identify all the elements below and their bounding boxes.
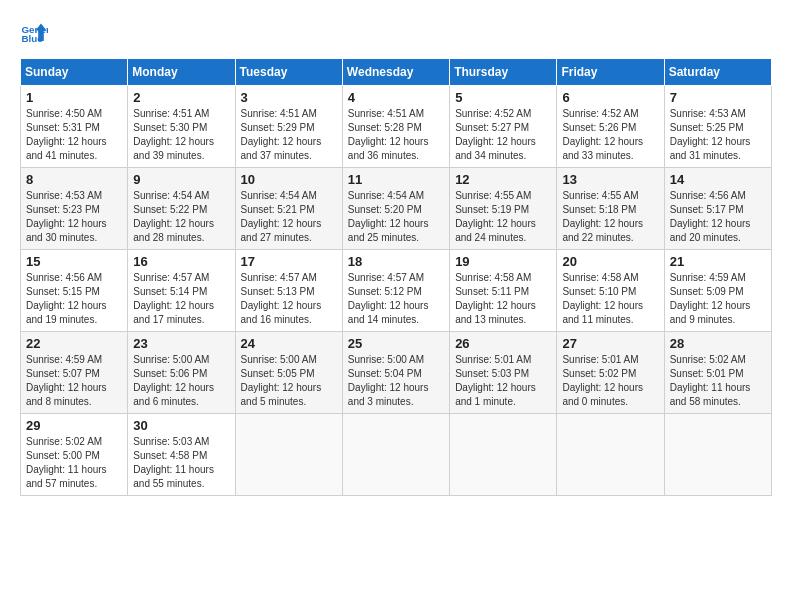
day-number: 9 [133, 172, 229, 187]
day-number: 8 [26, 172, 122, 187]
day-info: Sunrise: 4:51 AM Sunset: 5:30 PM Dayligh… [133, 107, 229, 163]
day-number: 25 [348, 336, 444, 351]
calendar-week-4: 22 Sunrise: 4:59 AM Sunset: 5:07 PM Dayl… [21, 332, 772, 414]
calendar-day-12: 12 Sunrise: 4:55 AM Sunset: 5:19 PM Dayl… [450, 168, 557, 250]
calendar-day-23: 23 Sunrise: 5:00 AM Sunset: 5:06 PM Dayl… [128, 332, 235, 414]
day-number: 5 [455, 90, 551, 105]
day-number: 27 [562, 336, 658, 351]
empty-cell [450, 414, 557, 496]
day-number: 26 [455, 336, 551, 351]
calendar-day-9: 9 Sunrise: 4:54 AM Sunset: 5:22 PM Dayli… [128, 168, 235, 250]
calendar-header-sunday: Sunday [21, 59, 128, 86]
day-info: Sunrise: 5:03 AM Sunset: 4:58 PM Dayligh… [133, 435, 229, 491]
day-number: 30 [133, 418, 229, 433]
calendar-day-24: 24 Sunrise: 5:00 AM Sunset: 5:05 PM Dayl… [235, 332, 342, 414]
calendar-week-2: 8 Sunrise: 4:53 AM Sunset: 5:23 PM Dayli… [21, 168, 772, 250]
day-info: Sunrise: 5:00 AM Sunset: 5:04 PM Dayligh… [348, 353, 444, 409]
day-info: Sunrise: 4:59 AM Sunset: 5:09 PM Dayligh… [670, 271, 766, 327]
day-info: Sunrise: 4:59 AM Sunset: 5:07 PM Dayligh… [26, 353, 122, 409]
calendar-week-3: 15 Sunrise: 4:56 AM Sunset: 5:15 PM Dayl… [21, 250, 772, 332]
day-info: Sunrise: 4:57 AM Sunset: 5:14 PM Dayligh… [133, 271, 229, 327]
calendar-day-14: 14 Sunrise: 4:56 AM Sunset: 5:17 PM Dayl… [664, 168, 771, 250]
day-info: Sunrise: 4:55 AM Sunset: 5:18 PM Dayligh… [562, 189, 658, 245]
day-info: Sunrise: 4:57 AM Sunset: 5:13 PM Dayligh… [241, 271, 337, 327]
day-number: 20 [562, 254, 658, 269]
day-info: Sunrise: 4:58 AM Sunset: 5:11 PM Dayligh… [455, 271, 551, 327]
calendar-day-13: 13 Sunrise: 4:55 AM Sunset: 5:18 PM Dayl… [557, 168, 664, 250]
calendar-day-17: 17 Sunrise: 4:57 AM Sunset: 5:13 PM Dayl… [235, 250, 342, 332]
day-number: 15 [26, 254, 122, 269]
day-number: 14 [670, 172, 766, 187]
calendar-day-5: 5 Sunrise: 4:52 AM Sunset: 5:27 PM Dayli… [450, 86, 557, 168]
day-info: Sunrise: 4:55 AM Sunset: 5:19 PM Dayligh… [455, 189, 551, 245]
calendar-day-10: 10 Sunrise: 4:54 AM Sunset: 5:21 PM Dayl… [235, 168, 342, 250]
day-number: 1 [26, 90, 122, 105]
day-info: Sunrise: 5:02 AM Sunset: 5:01 PM Dayligh… [670, 353, 766, 409]
calendar-day-2: 2 Sunrise: 4:51 AM Sunset: 5:30 PM Dayli… [128, 86, 235, 168]
empty-cell [557, 414, 664, 496]
calendar-day-4: 4 Sunrise: 4:51 AM Sunset: 5:28 PM Dayli… [342, 86, 449, 168]
calendar-day-3: 3 Sunrise: 4:51 AM Sunset: 5:29 PM Dayli… [235, 86, 342, 168]
empty-cell [342, 414, 449, 496]
day-info: Sunrise: 4:58 AM Sunset: 5:10 PM Dayligh… [562, 271, 658, 327]
calendar-day-15: 15 Sunrise: 4:56 AM Sunset: 5:15 PM Dayl… [21, 250, 128, 332]
calendar-day-22: 22 Sunrise: 4:59 AM Sunset: 5:07 PM Dayl… [21, 332, 128, 414]
day-number: 6 [562, 90, 658, 105]
day-info: Sunrise: 4:51 AM Sunset: 5:29 PM Dayligh… [241, 107, 337, 163]
day-number: 22 [26, 336, 122, 351]
calendar-day-20: 20 Sunrise: 4:58 AM Sunset: 5:10 PM Dayl… [557, 250, 664, 332]
empty-cell [235, 414, 342, 496]
day-number: 10 [241, 172, 337, 187]
day-info: Sunrise: 4:54 AM Sunset: 5:20 PM Dayligh… [348, 189, 444, 245]
day-info: Sunrise: 4:54 AM Sunset: 5:21 PM Dayligh… [241, 189, 337, 245]
calendar-day-30: 30 Sunrise: 5:03 AM Sunset: 4:58 PM Dayl… [128, 414, 235, 496]
calendar-header-thursday: Thursday [450, 59, 557, 86]
calendar-header-wednesday: Wednesday [342, 59, 449, 86]
calendar-day-28: 28 Sunrise: 5:02 AM Sunset: 5:01 PM Dayl… [664, 332, 771, 414]
calendar-header-friday: Friday [557, 59, 664, 86]
day-number: 4 [348, 90, 444, 105]
calendar-day-7: 7 Sunrise: 4:53 AM Sunset: 5:25 PM Dayli… [664, 86, 771, 168]
day-number: 23 [133, 336, 229, 351]
day-info: Sunrise: 5:00 AM Sunset: 5:06 PM Dayligh… [133, 353, 229, 409]
calendar-header-monday: Monday [128, 59, 235, 86]
calendar-day-11: 11 Sunrise: 4:54 AM Sunset: 5:20 PM Dayl… [342, 168, 449, 250]
day-number: 3 [241, 90, 337, 105]
calendar-header-saturday: Saturday [664, 59, 771, 86]
day-number: 12 [455, 172, 551, 187]
calendar-table: SundayMondayTuesdayWednesdayThursdayFrid… [20, 58, 772, 496]
day-info: Sunrise: 4:53 AM Sunset: 5:25 PM Dayligh… [670, 107, 766, 163]
day-info: Sunrise: 4:57 AM Sunset: 5:12 PM Dayligh… [348, 271, 444, 327]
day-info: Sunrise: 5:01 AM Sunset: 5:03 PM Dayligh… [455, 353, 551, 409]
day-number: 7 [670, 90, 766, 105]
logo: General Blue [20, 20, 52, 48]
calendar-week-1: 1 Sunrise: 4:50 AM Sunset: 5:31 PM Dayli… [21, 86, 772, 168]
calendar-day-21: 21 Sunrise: 4:59 AM Sunset: 5:09 PM Dayl… [664, 250, 771, 332]
day-number: 21 [670, 254, 766, 269]
day-number: 16 [133, 254, 229, 269]
day-number: 24 [241, 336, 337, 351]
calendar-day-25: 25 Sunrise: 5:00 AM Sunset: 5:04 PM Dayl… [342, 332, 449, 414]
day-number: 13 [562, 172, 658, 187]
page-header: General Blue [20, 20, 772, 48]
day-info: Sunrise: 4:50 AM Sunset: 5:31 PM Dayligh… [26, 107, 122, 163]
day-info: Sunrise: 4:52 AM Sunset: 5:26 PM Dayligh… [562, 107, 658, 163]
calendar-day-18: 18 Sunrise: 4:57 AM Sunset: 5:12 PM Dayl… [342, 250, 449, 332]
empty-cell [664, 414, 771, 496]
day-info: Sunrise: 5:01 AM Sunset: 5:02 PM Dayligh… [562, 353, 658, 409]
calendar-day-16: 16 Sunrise: 4:57 AM Sunset: 5:14 PM Dayl… [128, 250, 235, 332]
calendar-day-26: 26 Sunrise: 5:01 AM Sunset: 5:03 PM Dayl… [450, 332, 557, 414]
day-info: Sunrise: 4:52 AM Sunset: 5:27 PM Dayligh… [455, 107, 551, 163]
day-info: Sunrise: 4:54 AM Sunset: 5:22 PM Dayligh… [133, 189, 229, 245]
calendar-day-29: 29 Sunrise: 5:02 AM Sunset: 5:00 PM Dayl… [21, 414, 128, 496]
day-info: Sunrise: 5:00 AM Sunset: 5:05 PM Dayligh… [241, 353, 337, 409]
calendar-day-27: 27 Sunrise: 5:01 AM Sunset: 5:02 PM Dayl… [557, 332, 664, 414]
day-info: Sunrise: 4:51 AM Sunset: 5:28 PM Dayligh… [348, 107, 444, 163]
calendar-week-5: 29 Sunrise: 5:02 AM Sunset: 5:00 PM Dayl… [21, 414, 772, 496]
logo-icon: General Blue [20, 20, 48, 48]
day-info: Sunrise: 4:56 AM Sunset: 5:15 PM Dayligh… [26, 271, 122, 327]
day-number: 11 [348, 172, 444, 187]
calendar-day-1: 1 Sunrise: 4:50 AM Sunset: 5:31 PM Dayli… [21, 86, 128, 168]
calendar-day-19: 19 Sunrise: 4:58 AM Sunset: 5:11 PM Dayl… [450, 250, 557, 332]
day-number: 2 [133, 90, 229, 105]
